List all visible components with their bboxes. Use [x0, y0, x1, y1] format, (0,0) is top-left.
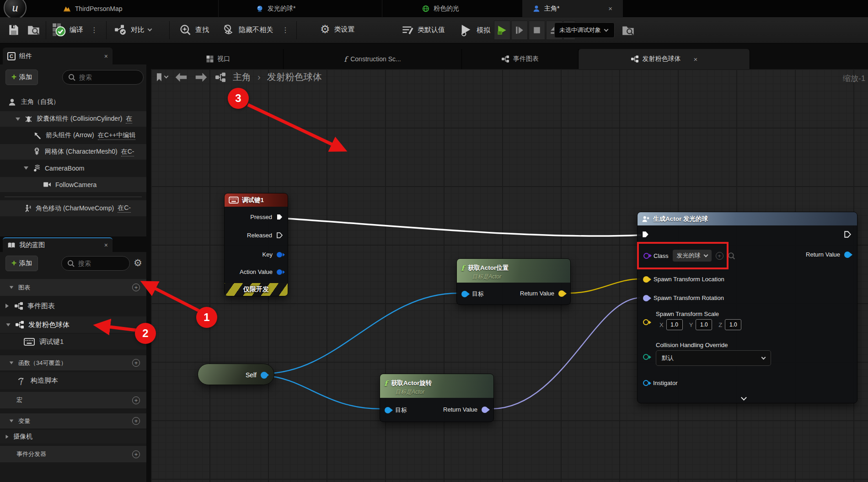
tab-event-graph[interactable]: 事件图表 — [462, 49, 579, 69]
collision-dropdown[interactable]: 默认 — [656, 350, 771, 366]
component-row-mesh[interactable]: 网格体 (CharacterMesh0) 在C- — [0, 144, 146, 160]
browse-button[interactable] — [27, 24, 40, 36]
component-row-arrow[interactable]: 箭头组件 (Arrow) 在C++中编辑 — [0, 128, 146, 143]
save-button[interactable] — [8, 24, 19, 36]
class-settings-button[interactable]: ⚙ 类设置 — [320, 24, 355, 35]
collapse-arrow-icon[interactable] — [16, 118, 20, 121]
section-dispatchers[interactable]: 事件分发器 + — [0, 446, 146, 462]
pin-spawn-rotation[interactable]: Spawn Transform Rotation — [643, 295, 724, 301]
expand-arrow-icon[interactable] — [5, 304, 9, 308]
pin-released[interactable]: Released — [247, 232, 283, 239]
tab-main-character[interactable]: 主角* × — [523, 0, 623, 17]
debug-object-dropdown[interactable]: 未选中调试对象 — [554, 22, 615, 38]
tab-pink-light[interactable]: 粉色的光 — [382, 0, 523, 17]
component-row-charmove[interactable]: 角色移动 (CharMoveComp) 在C- — [0, 200, 146, 216]
collapse-arrow-icon[interactable] — [24, 166, 28, 170]
add-function-button[interactable]: + — [132, 359, 140, 367]
close-icon[interactable]: × — [104, 241, 108, 249]
pin-instigator[interactable]: Instigator — [643, 380, 677, 386]
scale-x-input[interactable]: 1.0 — [666, 319, 683, 330]
find-button[interactable]: 查找 — [179, 24, 209, 36]
add-variable-button[interactable]: + — [132, 417, 140, 425]
close-icon[interactable]: × — [694, 55, 698, 63]
diff-button[interactable]: 对比 — [114, 24, 151, 36]
debug-browse-button[interactable] — [622, 24, 635, 36]
pin-exec-in[interactable] — [642, 230, 649, 238]
collapse-arrow-icon[interactable] — [6, 323, 11, 326]
pin-exec-out[interactable] — [844, 230, 852, 238]
component-row-cameraboom[interactable]: CameraBoom — [0, 161, 146, 176]
row-camera-category[interactable]: 摄像机 — [0, 430, 146, 444]
add-macro-button[interactable]: + — [132, 396, 140, 404]
myblueprint-search-input[interactable] — [78, 260, 113, 267]
frame-skip-button[interactable] — [511, 21, 528, 40]
pin-return-value[interactable]: Return Value — [520, 290, 565, 297]
collapse-arrow-icon[interactable] — [10, 420, 14, 423]
bookmarks-button[interactable] — [155, 73, 168, 82]
hide-unrelated-button[interactable]: 隐藏不相关 ⋮ — [223, 24, 289, 36]
close-icon[interactable]: × — [608, 5, 612, 12]
expand-arrow-icon[interactable] — [6, 435, 9, 439]
expand-node-chevron[interactable] — [742, 394, 746, 401]
section-functions[interactable]: 函数（34可覆盖） + — [0, 355, 146, 370]
panel-splitter[interactable] — [146, 43, 151, 482]
myblueprint-tab[interactable]: 我的蓝图 × — [3, 237, 113, 252]
components-add-button[interactable]: + 添加 — [5, 70, 38, 85]
tab-viewport[interactable]: 视口 — [153, 49, 284, 69]
scale-z-input[interactable]: 1.0 — [725, 319, 741, 330]
class-defaults-button[interactable]: 类默认值 — [402, 24, 445, 36]
pin-action-value[interactable]: Action Value — [240, 268, 282, 275]
component-row-followcamera[interactable]: FollowCamera — [0, 177, 146, 192]
section-variables[interactable]: 变量 + — [0, 413, 146, 428]
pin-self[interactable]: Self — [246, 371, 268, 379]
node-get-actor-location[interactable]: f 获取Actor位置 目标是Actor 目标 Return Value — [456, 258, 571, 305]
class-browse-icon[interactable] — [728, 252, 735, 260]
kebab-icon[interactable]: ⋮ — [282, 26, 289, 34]
row-debug-key[interactable]: 调试键1 — [0, 334, 146, 349]
pin-return-value[interactable]: Return Value — [443, 406, 488, 413]
collapse-arrow-icon[interactable] — [10, 362, 14, 364]
stop-button[interactable] — [529, 21, 545, 40]
component-row-capsule[interactable]: 胶囊体组件 (CollisionCylinder) 在 — [0, 111, 146, 127]
pin-spawn-scale[interactable] — [643, 319, 649, 325]
node-get-actor-rotation[interactable]: f 获取Actor旋转 目标是Actor 目标 Return Value — [380, 374, 494, 422]
section-macros[interactable]: 宏 + — [0, 392, 146, 408]
component-row-self[interactable]: 主角（自我） — [0, 95, 146, 109]
pin-return-value[interactable]: Return Value — [806, 251, 851, 258]
play-button[interactable] — [494, 21, 510, 40]
myblueprint-search[interactable] — [61, 256, 130, 271]
add-graph-button[interactable]: + — [132, 284, 140, 291]
compile-button[interactable]: 编译 ⋮ — [52, 23, 98, 37]
pin-collision[interactable] — [643, 354, 649, 360]
node-debug-key[interactable]: 调试键1 Pressed Released Key Action Value 仅… — [224, 193, 288, 296]
edit-in-cpp-link[interactable]: 在C- — [118, 204, 131, 213]
tab-thirdpersonmap[interactable]: ThirdPersonMap — [36, 0, 219, 17]
pin-target[interactable]: 目标 — [461, 290, 484, 298]
pin-spawn-location[interactable]: Spawn Transform Location — [643, 276, 724, 283]
pin-key[interactable]: Key — [263, 251, 282, 258]
breadcrumb-root[interactable]: 主角 — [233, 71, 251, 83]
add-dispatcher-button[interactable]: + — [132, 450, 140, 458]
back-icon[interactable] — [174, 72, 188, 82]
row-launch-pink-sphere[interactable]: 发射粉色球体 — [0, 316, 146, 333]
row-event-graph[interactable]: 事件图表 — [0, 297, 146, 315]
forward-icon[interactable] — [194, 72, 208, 82]
tab-glowing-ball[interactable]: 发光的球* — [219, 0, 382, 17]
edit-in-cpp-link[interactable]: 在C++中编辑 — [98, 131, 135, 140]
tab-launch-pink-sphere[interactable]: 发射粉色球体 × — [579, 49, 750, 69]
myblueprint-add-button[interactable]: + 添加 — [5, 256, 38, 271]
pin-target[interactable]: 目标 — [385, 406, 407, 414]
node-self[interactable]: Self — [198, 364, 274, 385]
collapse-arrow-icon[interactable] — [10, 286, 14, 289]
node-spawn-actor[interactable]: 生成Actor 发光的球 Class 发光的球 + Return Value S… — [637, 212, 857, 403]
kebab-icon[interactable]: ⋮ — [91, 26, 98, 34]
section-graphs[interactable]: 图表 + — [0, 279, 146, 296]
simulate-button[interactable]: 模拟 — [460, 24, 490, 37]
gear-icon[interactable]: ⚙ — [134, 257, 142, 268]
components-search-input[interactable] — [79, 74, 125, 81]
breadcrumb-current[interactable]: 发射粉色球体 — [267, 71, 322, 83]
tab-construction-script[interactable]: f Construction Sc... — [284, 49, 462, 69]
components-tab[interactable]: C 组件 × — [3, 48, 113, 64]
row-construction-script[interactable]: f 构造脚本 — [0, 372, 146, 389]
pin-pressed[interactable]: Pressed — [250, 214, 283, 220]
